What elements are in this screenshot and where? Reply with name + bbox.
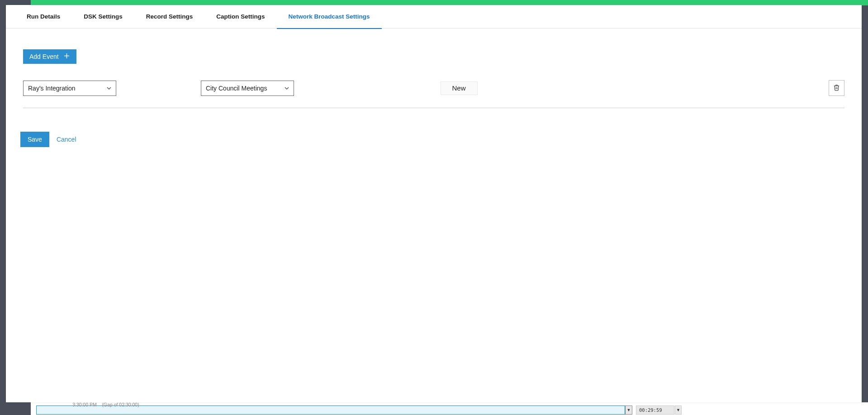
save-button[interactable]: Save <box>20 132 49 147</box>
timeline-time-text: 3:30:00 PM (Gap of 02:30:00) <box>72 402 139 407</box>
add-event-label: Add Event <box>29 53 59 60</box>
settings-panel: Run Details DSK Settings Record Settings… <box>6 5 862 402</box>
plus-icon <box>63 52 70 61</box>
category-dropdown[interactable]: City Council Meetings <box>201 81 294 96</box>
add-event-button[interactable]: Add Event <box>23 49 76 64</box>
tab-label: Caption Settings <box>216 13 265 20</box>
tab-record-settings[interactable]: Record Settings <box>134 5 205 29</box>
new-button[interactable]: New <box>441 81 478 95</box>
tab-bar: Run Details DSK Settings Record Settings… <box>6 5 862 29</box>
timeline-duration: 00:29:59 <box>636 405 674 415</box>
cancel-label: Cancel <box>57 136 76 143</box>
integration-dropdown[interactable]: Ray's Integration <box>23 81 116 96</box>
panel-body: Add Event Ray's Integration City Council <box>6 29 862 147</box>
cancel-link[interactable]: Cancel <box>57 136 76 143</box>
tab-label: DSK Settings <box>84 13 123 20</box>
timeline-time: 3:30:00 PM <box>72 402 97 407</box>
timeline-mini-dropdown[interactable]: ▼ <box>625 405 632 415</box>
tab-run-details[interactable]: Run Details <box>15 5 72 29</box>
event-row: Ray's Integration City Council Meetings … <box>23 80 844 108</box>
form-actions: Save Cancel <box>20 132 844 147</box>
tab-label: Record Settings <box>146 13 193 20</box>
chevron-down-icon <box>285 85 289 92</box>
tab-network-broadcast-settings[interactable]: Network Broadcast Settings <box>277 5 382 29</box>
tab-label: Run Details <box>27 13 60 20</box>
tab-caption-settings[interactable]: Caption Settings <box>204 5 276 29</box>
background-timeline: 3:30:00 PM (Gap of 02:30:00) ▼ 00:29:59 … <box>31 402 868 415</box>
new-label: New <box>452 84 465 92</box>
integration-value: Ray's Integration <box>28 85 76 92</box>
category-value: City Council Meetings <box>206 85 267 92</box>
tab-label: Network Broadcast Settings <box>289 13 370 20</box>
save-label: Save <box>28 136 42 143</box>
delete-button[interactable] <box>829 80 844 96</box>
chevron-down-icon <box>107 85 111 92</box>
trash-icon <box>833 84 840 93</box>
tab-dsk-settings[interactable]: DSK Settings <box>72 5 134 29</box>
timeline-mini-dropdown-2[interactable]: ▼ <box>675 405 682 415</box>
timeline-gap: (Gap of 02:30:00) <box>102 402 139 407</box>
